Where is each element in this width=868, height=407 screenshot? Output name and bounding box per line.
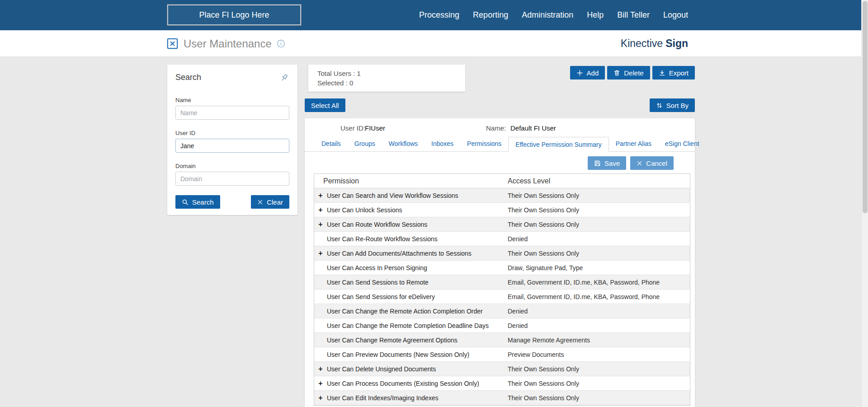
access-level: Email, Government ID, ID.me, KBA, Passwo…: [508, 293, 690, 300]
access-level: Their Own Sessions Only: [508, 380, 690, 387]
permission-name: User Can Route Workflow Sessions: [327, 221, 508, 228]
summary-panel: Total Users : 1 Selected : 0: [308, 65, 465, 92]
permission-row: User Can Change the Remote Action Comple…: [314, 304, 690, 318]
sort-arrows-icon: [656, 102, 663, 109]
toolbar: Add Delete Export: [570, 66, 695, 80]
domain-input[interactable]: [175, 172, 289, 186]
topnav-item-help[interactable]: Help: [587, 10, 604, 20]
topnav-item-administration[interactable]: Administration: [522, 10, 573, 20]
permission-name: User Can Change Remote Agreement Options: [327, 337, 508, 344]
selected-count-text: Selected : 0: [317, 78, 456, 88]
user-name-label: Name:: [486, 124, 506, 132]
cancel-button[interactable]: Cancel: [630, 156, 674, 170]
access-level: Their Own Sessions Only: [508, 221, 690, 228]
expand-icon[interactable]: +: [314, 192, 327, 199]
permission-row: User Can Preview Documents (New Session …: [314, 347, 690, 362]
permissions-table: Permission Access Level +User Can Search…: [314, 173, 690, 406]
expand-icon[interactable]: +: [314, 380, 327, 387]
fi-logo-text: Place FI Logo Here: [199, 10, 269, 20]
detail-tabbar: Details Groups Workflows Inboxes Permiss…: [305, 136, 695, 152]
content-area: Search Name User ID Domain: [0, 57, 868, 407]
permission-row: +User Can Add Documents/Attachments to S…: [314, 246, 690, 261]
top-navbar: Place FI Logo Here Processing Reporting …: [0, 0, 868, 30]
permission-row: +User Can Process Documents (Existing Se…: [314, 376, 690, 391]
clear-button[interactable]: Clear: [251, 195, 289, 209]
user-maintenance-icon: [166, 37, 179, 50]
permission-row: User Can Re-Route Workflow SessionsDenie…: [314, 232, 690, 246]
access-level: Manage Remote Agreements: [508, 337, 690, 344]
user-id-label: User ID:: [340, 124, 365, 132]
permission-row: +User Can Delete Unsigned DocumentsTheir…: [314, 362, 690, 376]
brand-first: Kinective: [621, 37, 663, 50]
info-icon[interactable]: [277, 39, 285, 48]
vertical-scrollbar[interactable]: [861, 0, 868, 407]
sort-by-label: Sort By: [666, 102, 689, 109]
delete-button[interactable]: Delete: [607, 66, 650, 80]
user-id-value: FIUser: [365, 124, 385, 132]
pin-icon[interactable]: [279, 73, 289, 83]
page-title: User Maintenance: [184, 37, 272, 50]
add-button[interactable]: Add: [570, 66, 605, 80]
permissions-table-header: Permission Access Level: [314, 174, 690, 188]
expand-icon[interactable]: +: [314, 221, 327, 228]
topnav-item-reporting[interactable]: Reporting: [473, 10, 508, 20]
permission-row: +User Can Edit Indexes/Imaging IndexesTh…: [314, 391, 690, 405]
expand-icon[interactable]: +: [314, 365, 327, 373]
permission-name: User Can Change the Remote Completion De…: [327, 322, 508, 329]
brand-logo: Kinective Sign: [621, 30, 688, 57]
permission-row: User Can Send Sessions to RemoteEmail, G…: [314, 275, 690, 290]
permission-row: +User Can Route Workflow SessionsTheir O…: [314, 217, 690, 232]
download-icon: [659, 70, 665, 76]
save-icon: [594, 160, 601, 167]
access-level: Email, Government ID, ID.me, KBA, Passwo…: [508, 279, 690, 286]
permission-row: User Can Change the Remote Completion De…: [314, 318, 690, 333]
save-button[interactable]: Save: [588, 156, 626, 170]
tab-groups[interactable]: Groups: [348, 136, 382, 151]
clear-button-label: Clear: [267, 198, 283, 206]
search-button[interactable]: Search: [175, 195, 220, 209]
add-button-label: Add: [587, 69, 599, 77]
access-level: Their Own Sessions Only: [508, 394, 690, 402]
close-icon: [637, 160, 642, 166]
user-id-field-label: User ID: [175, 130, 289, 136]
permission-name: User Can Process Documents (Existing Ses…: [327, 380, 508, 387]
access-level: Their Own Sessions Only: [508, 206, 690, 214]
tab-permissions[interactable]: Permissions: [460, 136, 508, 151]
tab-workflows[interactable]: Workflows: [382, 136, 425, 151]
expand-icon[interactable]: +: [314, 250, 327, 257]
tab-inboxes[interactable]: Inboxes: [425, 136, 460, 151]
fi-logo-placeholder: Place FI Logo Here: [167, 5, 301, 25]
access-level-column-header: Access Level: [508, 177, 690, 185]
plus-icon: [576, 70, 583, 76]
expand-icon[interactable]: +: [314, 206, 327, 214]
permission-name: User Can Preview Documents (New Session …: [327, 351, 508, 358]
topnav-item-bill-teller[interactable]: Bill Teller: [617, 10, 650, 20]
tab-effective-permission-summary[interactable]: Effective Permission Summary: [508, 137, 609, 152]
expand-icon[interactable]: +: [314, 394, 327, 402]
sort-by-button[interactable]: Sort By: [650, 98, 695, 112]
tab-details[interactable]: Details: [315, 136, 348, 151]
delete-button-label: Delete: [624, 69, 643, 77]
access-level: Denied: [508, 308, 690, 315]
permission-row: User Can Access In Person SigningDraw, S…: [314, 261, 690, 275]
export-button[interactable]: Export: [652, 66, 695, 80]
search-icon: [182, 199, 189, 206]
permission-column-header: Permission: [314, 177, 508, 185]
page-header: User Maintenance Kinective Sign: [0, 30, 868, 57]
form-actions: Save Cancel: [305, 156, 674, 170]
scrollbar-thumb[interactable]: [863, 1, 868, 213]
user-detail-card: User ID: FIUser Name: Default FI User De…: [305, 118, 695, 407]
topnav-item-logout[interactable]: Logout: [663, 10, 688, 20]
name-input[interactable]: [175, 106, 289, 120]
access-level: Draw, Signature Pad, Type: [508, 264, 690, 271]
permission-name: User Can Send Sessions to Remote: [327, 279, 508, 286]
user-name-value: Default FI User: [510, 124, 556, 132]
permission-name: User Can Add Documents/Attachments to Se…: [327, 250, 508, 257]
user-id-input[interactable]: [175, 139, 289, 153]
tab-esign-client[interactable]: eSign Client: [658, 136, 706, 151]
export-button-label: Export: [669, 69, 689, 77]
total-users-text: Total Users : 1: [317, 69, 456, 78]
tab-partner-alias[interactable]: Partner Alias: [609, 136, 658, 151]
topnav-item-processing[interactable]: Processing: [419, 10, 459, 20]
select-all-button[interactable]: Select All: [305, 98, 345, 112]
